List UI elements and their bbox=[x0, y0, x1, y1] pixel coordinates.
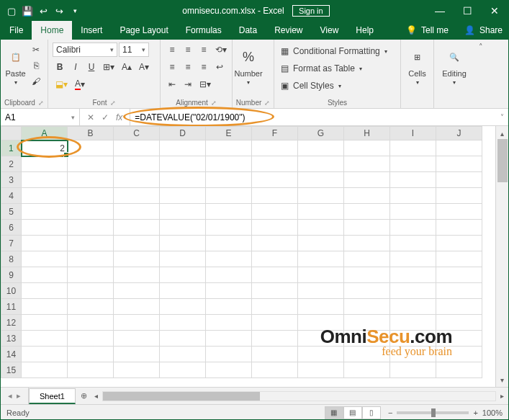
scroll-right-icon[interactable]: ▸ bbox=[499, 392, 505, 400]
cell[interactable] bbox=[436, 299, 482, 315]
conditional-formatting-button[interactable]: ▦Conditional Formatting▾ bbox=[279, 44, 390, 58]
tell-me[interactable]: Tell me bbox=[421, 25, 449, 35]
cell[interactable] bbox=[252, 172, 298, 188]
cell[interactable] bbox=[298, 140, 344, 156]
cell[interactable] bbox=[344, 331, 390, 347]
page-break-view-button[interactable]: ▯ bbox=[362, 406, 381, 419]
row-header[interactable]: 3 bbox=[1, 172, 22, 188]
cell[interactable] bbox=[436, 236, 482, 251]
enter-formula-icon[interactable]: ✓ bbox=[102, 112, 109, 122]
cell[interactable] bbox=[298, 315, 344, 331]
zoom-level[interactable]: 100% bbox=[482, 408, 503, 417]
cell[interactable] bbox=[68, 267, 114, 283]
scroll-up-icon[interactable]: ▴ bbox=[500, 128, 504, 139]
cell[interactable] bbox=[298, 267, 344, 283]
row-header[interactable]: 12 bbox=[1, 315, 22, 331]
cell[interactable] bbox=[68, 204, 114, 220]
increase-indent-icon[interactable]: ⇥ bbox=[181, 77, 195, 91]
add-sheet-button[interactable]: ⊕ bbox=[76, 388, 93, 404]
zoom-slider[interactable] bbox=[397, 411, 469, 414]
tab-data[interactable]: Data bbox=[230, 21, 266, 40]
cancel-formula-icon[interactable]: ✕ bbox=[87, 112, 94, 122]
cell[interactable] bbox=[114, 283, 160, 299]
cell[interactable] bbox=[436, 188, 482, 204]
cell[interactable] bbox=[160, 236, 206, 251]
row-header[interactable]: 4 bbox=[1, 188, 22, 204]
align-left-icon[interactable]: ≡ bbox=[165, 60, 179, 74]
column-header[interactable]: F bbox=[252, 127, 298, 140]
cell[interactable] bbox=[252, 299, 298, 315]
cell-styles-button[interactable]: ▣Cell Styles▾ bbox=[279, 79, 344, 93]
cell[interactable] bbox=[114, 315, 160, 331]
cell[interactable] bbox=[22, 347, 68, 362]
cell[interactable] bbox=[298, 172, 344, 188]
align-bottom-icon[interactable]: ≡ bbox=[197, 43, 211, 57]
editing-button[interactable]: 🔍Editing▾ bbox=[438, 43, 470, 90]
cell[interactable] bbox=[298, 362, 344, 378]
share-button[interactable]: Share bbox=[479, 25, 503, 35]
cell[interactable] bbox=[390, 204, 436, 220]
cell[interactable] bbox=[68, 331, 114, 347]
tab-file[interactable]: File bbox=[1, 21, 32, 40]
number-format-button[interactable]: % Number ▾ bbox=[237, 43, 260, 90]
row-header[interactable]: 15 bbox=[1, 362, 22, 378]
cell[interactable] bbox=[68, 251, 114, 267]
border-button[interactable]: ⊞▾ bbox=[100, 60, 117, 74]
cell[interactable] bbox=[298, 156, 344, 172]
cell[interactable] bbox=[298, 299, 344, 315]
increase-font-icon[interactable]: A▴ bbox=[119, 60, 135, 74]
align-right-icon[interactable]: ≡ bbox=[197, 60, 211, 74]
cell[interactable] bbox=[68, 347, 114, 362]
cell[interactable] bbox=[436, 204, 482, 220]
signin-button[interactable]: Sign in bbox=[292, 5, 330, 17]
underline-button[interactable]: U bbox=[84, 60, 99, 74]
close-button[interactable]: ✕ bbox=[481, 1, 508, 21]
expand-formula-bar-icon[interactable]: ˅ bbox=[500, 113, 504, 121]
cell[interactable] bbox=[252, 331, 298, 347]
orientation-icon[interactable]: ⟲▾ bbox=[212, 43, 230, 57]
cells-button[interactable]: ⊞Cells▾ bbox=[405, 43, 429, 90]
row-header[interactable]: 5 bbox=[1, 204, 22, 220]
row-header[interactable]: 1 bbox=[1, 140, 22, 156]
cell[interactable] bbox=[206, 172, 252, 188]
cell[interactable] bbox=[390, 315, 436, 331]
cell[interactable] bbox=[298, 204, 344, 220]
zoom-in-button[interactable]: + bbox=[473, 408, 477, 417]
align-top-icon[interactable]: ≡ bbox=[165, 43, 179, 57]
cell[interactable] bbox=[22, 220, 68, 236]
cell[interactable] bbox=[160, 362, 206, 378]
column-header[interactable]: H bbox=[344, 127, 390, 140]
cell[interactable] bbox=[436, 267, 482, 283]
cell[interactable] bbox=[22, 283, 68, 299]
cell[interactable]: 2 bbox=[22, 140, 68, 156]
cell[interactable] bbox=[160, 331, 206, 347]
cell[interactable] bbox=[22, 172, 68, 188]
cell[interactable] bbox=[160, 140, 206, 156]
cell[interactable] bbox=[206, 267, 252, 283]
cell[interactable] bbox=[114, 251, 160, 267]
autosave-icon[interactable]: ▢ bbox=[5, 4, 18, 17]
cell[interactable] bbox=[390, 172, 436, 188]
scroll-left-icon[interactable]: ◂ bbox=[93, 392, 99, 400]
cell[interactable] bbox=[344, 267, 390, 283]
cell[interactable] bbox=[160, 188, 206, 204]
cell[interactable] bbox=[252, 156, 298, 172]
format-as-table-button[interactable]: ▤Format as Table▾ bbox=[279, 61, 365, 76]
cell[interactable] bbox=[344, 156, 390, 172]
vertical-scrollbar[interactable]: ▴ ▾ bbox=[495, 126, 508, 387]
column-header[interactable]: D bbox=[160, 127, 206, 140]
cell[interactable] bbox=[114, 267, 160, 283]
cell[interactable] bbox=[206, 204, 252, 220]
row-header[interactable]: 11 bbox=[1, 299, 22, 315]
cell[interactable] bbox=[206, 236, 252, 251]
row-header[interactable]: 14 bbox=[1, 347, 22, 362]
cell[interactable] bbox=[436, 347, 482, 362]
maximize-button[interactable]: ☐ bbox=[454, 1, 481, 21]
cell[interactable] bbox=[68, 156, 114, 172]
cell[interactable] bbox=[436, 140, 482, 156]
cell[interactable] bbox=[206, 188, 252, 204]
zoom-out-button[interactable]: − bbox=[388, 408, 392, 417]
scroll-down-icon[interactable]: ▾ bbox=[500, 374, 504, 385]
cell[interactable] bbox=[436, 331, 482, 347]
font-size-combo[interactable]: 11▾ bbox=[119, 43, 149, 57]
